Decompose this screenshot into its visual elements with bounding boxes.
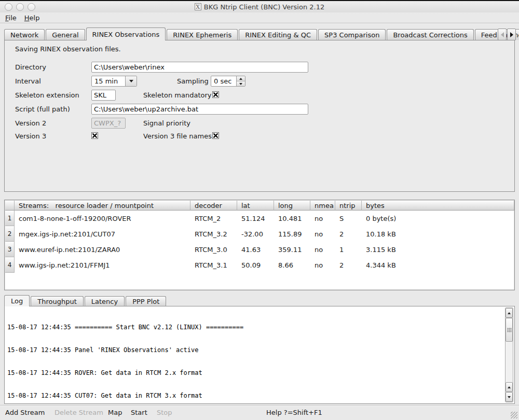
directory-label: Directory	[15, 63, 46, 71]
row-header-3[interactable]: 3	[5, 242, 15, 257]
minimize-window-button[interactable]	[16, 3, 24, 11]
triangle-up-icon	[508, 312, 511, 314]
scrollbar-bottom-buttons	[506, 382, 513, 402]
cell-lat[interactable]: 50.09	[237, 257, 274, 273]
tab-scrollers	[497, 29, 516, 40]
scrollbar-up-button-2[interactable]	[506, 382, 513, 392]
column-header-bytes: bytes	[362, 201, 514, 211]
tab-log[interactable]: Log	[4, 295, 30, 306]
tab-ppp-plot[interactable]: PPP Plot	[126, 296, 166, 306]
title-bar: X BKG Ntrip Client (BNC) Version 2.12	[0, 1, 519, 12]
cell-decoder[interactable]: RTCM_2	[190, 211, 237, 226]
cell-mountpoint[interactable]: www.euref-ip.net:2101/ZARA0	[15, 242, 190, 257]
check-x-icon	[213, 92, 218, 97]
cell-bytes[interactable]: 4.344 kB	[362, 257, 514, 273]
column-header-decoder: decoder	[190, 201, 237, 211]
tab-general[interactable]: General	[46, 29, 85, 40]
streams-grid: Streams: resource loader / mountpoint de…	[5, 201, 514, 273]
cell-ntrip[interactable]: 2	[335, 226, 362, 242]
app-x-icon: X	[195, 3, 201, 10]
scrollbar-up-button[interactable]	[506, 308, 513, 318]
stop-button[interactable]: Stop	[157, 409, 172, 416]
version3-checkbox[interactable]	[91, 132, 98, 139]
cell-bytes[interactable]: 3.115 kB	[362, 242, 514, 257]
tab-latency[interactable]: Latency	[85, 296, 125, 306]
window-controls	[5, 3, 35, 11]
cell-long[interactable]: 8.66	[274, 257, 310, 273]
close-window-button[interactable]	[5, 3, 12, 11]
cell-ntrip[interactable]: S	[335, 211, 362, 226]
version3-filenames-checkbox[interactable]	[212, 132, 219, 139]
scrollbar-down-button[interactable]	[506, 392, 513, 402]
tab-network[interactable]: Network	[4, 29, 45, 40]
cell-nmea[interactable]: no	[310, 257, 335, 273]
skeleton-mandatory-checkbox[interactable]	[212, 91, 219, 98]
cell-lat[interactable]: -32.00	[237, 226, 274, 242]
sampling-decrement-button[interactable]	[237, 81, 245, 86]
cell-nmea[interactable]: no	[310, 242, 335, 257]
resize-grip[interactable]	[511, 412, 517, 418]
cell-mountpoint[interactable]: www.igs-ip.net:2101/FFMJ1	[15, 257, 190, 273]
cell-long[interactable]: 10.481	[274, 211, 310, 226]
tab-rinex-ephemeris[interactable]: RINEX Ephemeris	[167, 29, 238, 40]
delete-stream-button[interactable]: Delete Stream	[54, 409, 103, 416]
sampling-increment-button[interactable]	[237, 76, 245, 81]
row-header-4[interactable]: 4	[5, 257, 15, 273]
rinex-observations-panel: Saving RINEX observation files. Director…	[4, 40, 515, 192]
cell-long[interactable]: 115.89	[274, 226, 310, 242]
sampling-spinner[interactable]: 0 sec	[211, 76, 245, 87]
interval-dropdown-button[interactable]	[125, 76, 136, 86]
signal-priority-label: Signal priority	[143, 119, 190, 127]
cell-decoder[interactable]: RTCM_3.1	[190, 257, 237, 273]
cell-ntrip[interactable]: 2	[335, 257, 362, 273]
tab-rinex-observations[interactable]: RINEX Observations	[86, 27, 166, 40]
column-header-lat: lat	[237, 201, 274, 211]
add-stream-button[interactable]: Add Stream	[5, 409, 45, 416]
column-header-long: long	[274, 201, 310, 211]
row-header-1[interactable]: 1	[5, 211, 15, 226]
tab-rinex-editing-qc[interactable]: RINEX Editing & QC	[239, 29, 317, 40]
log-line: 15-08-17 12:44:35 ROVER: Get data in RTC…	[7, 369, 503, 377]
tab-broadcast-corrections[interactable]: Broadcast Corrections	[387, 29, 473, 40]
cell-bytes[interactable]: 10.18 kB	[362, 226, 514, 242]
cell-long[interactable]: 359.11	[274, 242, 310, 257]
bnc-window: X BKG Ntrip Client (BNC) Version 2.12 Fi…	[0, 0, 519, 420]
cell-decoder[interactable]: RTCM_3.2	[190, 226, 237, 242]
directory-input[interactable]	[91, 62, 308, 73]
zoom-window-button[interactable]	[28, 3, 35, 11]
skeleton-extension-input[interactable]	[91, 90, 116, 101]
cell-bytes[interactable]: 0 byte(s)	[362, 211, 514, 226]
script-input[interactable]	[91, 104, 308, 115]
start-button[interactable]: Start	[131, 409, 147, 416]
cell-lat[interactable]: 51.124	[237, 211, 274, 226]
check-x-icon	[92, 133, 98, 138]
tab-scroll-left-button[interactable]	[498, 29, 507, 40]
scrollbar-track[interactable]	[506, 342, 513, 382]
cell-nmea[interactable]: no	[310, 226, 335, 242]
cell-mountpoint[interactable]: mgex.igs-ip.net:2101/CUT07	[15, 226, 190, 242]
table-corner-cell	[5, 201, 15, 211]
tab-sp3-comparison[interactable]: SP3 Comparison	[318, 29, 386, 40]
column-header-ntrip: ntrip	[335, 201, 362, 211]
cell-nmea[interactable]: no	[310, 211, 335, 226]
cell-lat[interactable]: 41.63	[237, 242, 274, 257]
scrollbar-thumb[interactable]	[506, 318, 513, 342]
menu-bar: File Help	[0, 12, 519, 23]
tab-throughput[interactable]: Throughput	[31, 296, 84, 306]
map-button[interactable]: Map	[108, 409, 122, 416]
log-scrollbar[interactable]	[505, 307, 513, 402]
main-tab-bar: Network General RINEX Observations RINEX…	[4, 29, 515, 40]
cell-decoder[interactable]: RTCM_3.0	[190, 242, 237, 257]
menu-file[interactable]: File	[3, 14, 19, 22]
row-header-2[interactable]: 2	[5, 226, 15, 242]
interval-select[interactable]: 15 min	[91, 76, 137, 87]
version2-signal-priority-input[interactable]	[91, 118, 126, 129]
version3-label: Version 3	[15, 132, 46, 140]
menu-help[interactable]: Help	[22, 14, 43, 22]
chevron-right-icon	[510, 32, 513, 37]
cell-mountpoint[interactable]: com1-8-none-1-off-19200/ROVER	[15, 211, 190, 226]
tab-scroll-right-button[interactable]	[507, 29, 516, 40]
cell-ntrip[interactable]: 1	[335, 242, 362, 257]
interval-value: 15 min	[92, 76, 125, 86]
triangle-down-icon	[239, 83, 242, 85]
